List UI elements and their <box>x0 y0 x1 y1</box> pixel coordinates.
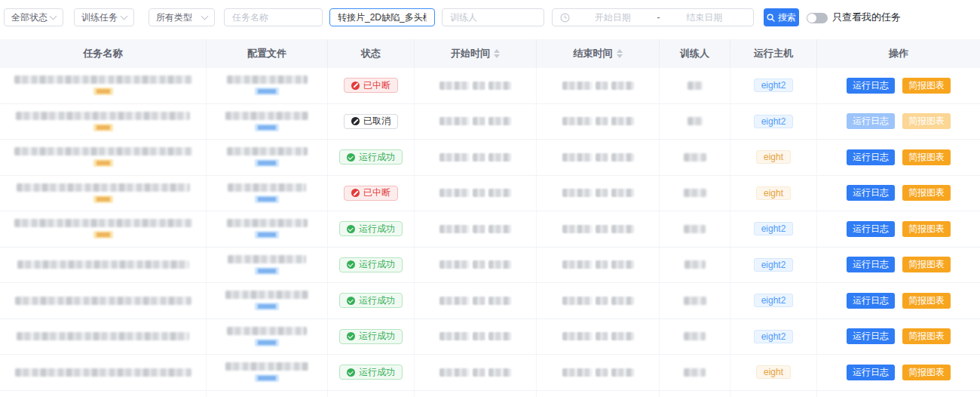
blurred-timestamp <box>562 82 634 90</box>
column-header-label: 任务名称 <box>84 47 123 60</box>
run-log-button[interactable]: 运行日志 <box>847 365 895 380</box>
end-time-cell <box>537 68 660 103</box>
start-time-cell <box>415 248 537 283</box>
actions-cell: 运行日志简报图表 <box>817 211 980 247</box>
host-cell: eight2 <box>730 68 817 103</box>
config-file-cell <box>207 211 328 247</box>
status-cell: 运行成功 <box>328 319 415 355</box>
blurred-timestamp-segment <box>473 189 485 197</box>
blurred-timestamp-segment <box>611 225 634 233</box>
run-log-button[interactable]: 运行日志 <box>847 293 895 309</box>
report-chart-button[interactable]: 简报图表 <box>902 328 951 344</box>
table-row: 已中断eight运行日志简报图表 <box>0 176 980 212</box>
blurred-trainer-name <box>684 332 706 340</box>
report-chart-button[interactable]: 简报图表 <box>902 293 951 309</box>
blurred-timestamp-segment <box>562 189 593 197</box>
report-chart-button[interactable]: 简报图表 <box>902 185 951 201</box>
report-chart-button[interactable]: 简报图表 <box>902 257 951 272</box>
category-filter-select[interactable]: 所有类型 <box>149 8 215 26</box>
task-type-filter-select[interactable]: 训练任务 <box>74 8 134 26</box>
end-time-cell <box>537 104 660 140</box>
blurred-timestamp <box>439 332 511 340</box>
table-header: 任务名称配置文件状态开始时间结束时间训练人运行主机操作 <box>0 39 980 68</box>
status-label: 已中断 <box>363 186 390 199</box>
blurred-task-name <box>16 112 190 120</box>
start-time-cell <box>415 176 537 211</box>
actions-cell: 运行日志简报图表 <box>817 176 980 211</box>
run-log-button[interactable]: 运行日志 <box>847 221 895 237</box>
host-cell: eight2 <box>730 283 817 319</box>
sort-descending-caret[interactable] <box>494 54 500 58</box>
blurred-timestamp-segment <box>562 117 593 125</box>
table-cell <box>817 391 980 397</box>
blurred-task-name <box>14 147 192 155</box>
column-header-5[interactable]: 结束时间 <box>537 39 660 68</box>
column-header-1: 任务名称 <box>0 39 207 68</box>
blurred-timestamp-segment <box>488 117 511 125</box>
trainer-cell <box>660 248 730 283</box>
column-header-label: 训练人 <box>680 47 709 60</box>
status-cell: 已中断 <box>328 68 415 103</box>
task-name-cell <box>0 319 207 355</box>
column-header-4[interactable]: 开始时间 <box>415 39 537 68</box>
run-log-button[interactable]: 运行日志 <box>847 257 895 272</box>
status-cell: 运行成功 <box>328 283 415 319</box>
task-name-input[interactable] <box>225 9 322 26</box>
blurred-trainer-name <box>688 82 703 90</box>
search-button[interactable]: 搜索 <box>764 8 799 26</box>
config-file-cell <box>207 104 328 140</box>
blurred-timestamp <box>562 368 634 377</box>
start-time-cell <box>415 355 537 390</box>
report-chart-button[interactable]: 简报图表 <box>902 78 951 94</box>
sort-ascending-caret[interactable] <box>617 49 623 53</box>
sort-icon[interactable] <box>494 49 500 58</box>
trainer-cell <box>660 140 730 175</box>
run-log-button[interactable]: 运行日志 <box>847 149 895 165</box>
blurred-task-name <box>17 260 189 269</box>
success-check-icon <box>347 368 355 377</box>
trainer-input[interactable] <box>443 9 544 26</box>
sort-ascending-caret[interactable] <box>494 49 500 53</box>
actions-cell: 运行日志简报图表 <box>817 355 980 390</box>
blurred-timestamp-segment <box>473 332 485 340</box>
status-badge: 已取消 <box>344 114 398 129</box>
sort-descending-caret[interactable] <box>617 54 623 58</box>
run-log-button[interactable]: 运行日志 <box>847 78 895 94</box>
start-date-placeholder[interactable]: 开始日期 <box>571 11 654 24</box>
report-chart-button[interactable]: 简报图表 <box>902 221 951 237</box>
column-header-label: 操作 <box>889 47 908 60</box>
blurred-timestamp-segment <box>439 117 470 125</box>
host-tag: eight2 <box>754 330 794 343</box>
actions-cell: 运行日志简报图表 <box>817 140 980 175</box>
blurred-timestamp-segment <box>488 82 511 90</box>
run-log-button[interactable]: 运行日志 <box>847 185 895 201</box>
status-filter-value: 全部状态 <box>11 11 47 24</box>
status-label: 运行成功 <box>359 151 395 164</box>
blurred-timestamp <box>562 332 634 340</box>
status-filter-select[interactable]: 全部状态 <box>4 8 63 26</box>
blurred-yellow-tag <box>93 159 113 167</box>
run-log-button[interactable]: 运行日志 <box>847 328 895 344</box>
model-name-input[interactable] <box>330 9 434 26</box>
report-chart-button[interactable]: 简报图表 <box>902 149 951 165</box>
date-range-picker[interactable]: 开始日期 - 结束日期 <box>552 8 754 26</box>
report-chart-button[interactable]: 简报图表 <box>902 365 951 380</box>
host-cell: eight2 <box>730 248 817 283</box>
status-label: 运行成功 <box>359 330 395 343</box>
blurred-blue-tag <box>255 267 279 275</box>
blurred-timestamp-segment <box>596 189 608 197</box>
blurred-config-name <box>228 183 306 192</box>
blurred-timestamp-segment <box>488 189 511 197</box>
sort-icon[interactable] <box>617 49 623 58</box>
blurred-timestamp-segment <box>473 82 485 90</box>
blurred-config-name <box>225 362 308 371</box>
blurred-trainer-name <box>684 260 706 269</box>
status-label: 运行成功 <box>359 223 395 235</box>
task-name-cell <box>0 248 207 283</box>
actions-cell: 运行日志简报图表 <box>817 68 980 103</box>
end-date-placeholder[interactable]: 结束日期 <box>663 11 746 24</box>
blurred-timestamp-segment <box>473 368 485 377</box>
table-row: 运行成功eight2运行日志简报图表 <box>0 211 980 248</box>
host-tag: eight2 <box>754 222 794 235</box>
my-tasks-toggle[interactable] <box>807 13 828 23</box>
